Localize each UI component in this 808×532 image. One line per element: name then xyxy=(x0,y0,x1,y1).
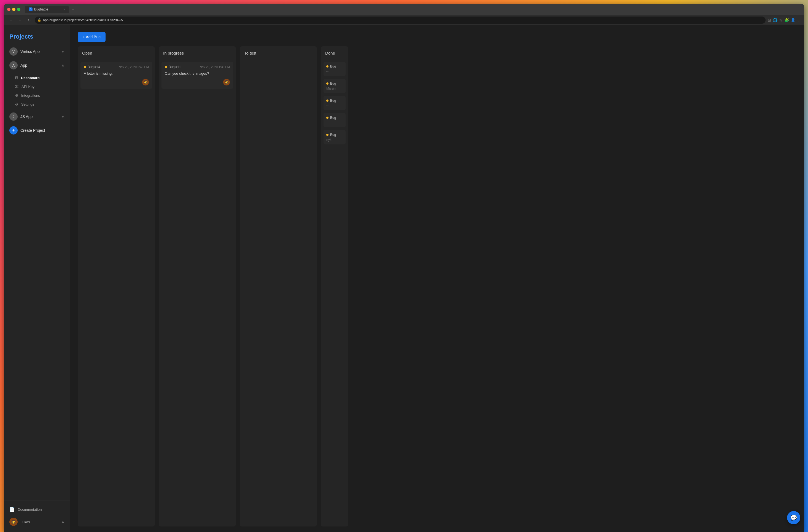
bug-14-date: Nov 26, 2020 2:46 PM xyxy=(119,65,149,69)
kanban-column-to-test: To test xyxy=(240,46,317,527)
column-content-open: Bug #14 Nov 26, 2020 2:46 PM A letter is… xyxy=(78,59,155,527)
settings-label: Settings xyxy=(21,102,34,106)
tab-favicon: B xyxy=(29,7,33,11)
api-key-label: API Key xyxy=(21,85,34,89)
sidebar-item-dashboard[interactable]: ⊟ Dashboard xyxy=(4,73,70,82)
done-card-1-id: Bug xyxy=(330,65,336,68)
projects-title: Projects xyxy=(4,25,70,45)
done-card-1[interactable]: Bug -- xyxy=(324,62,346,76)
bug-card-14[interactable]: Bug #14 Nov 26, 2020 2:46 PM A letter is… xyxy=(80,62,152,89)
bug-11-badge: Bug #11 xyxy=(165,65,181,69)
active-tab[interactable]: B Bugbattle × xyxy=(25,6,69,13)
bug-14-badge: Bug #14 xyxy=(84,65,100,69)
lock-icon: 🔒 xyxy=(37,18,41,22)
bug-11-dot xyxy=(165,66,167,68)
bug-14-dot xyxy=(84,66,86,68)
done-card-2-sub: Missin xyxy=(326,87,343,90)
js-app-chevron: ∨ xyxy=(62,115,64,118)
bug-card-11[interactable]: Bug #11 Nov 26, 2020 1:36 PM Can you che… xyxy=(162,62,233,89)
bug-card-14-header: Bug #14 Nov 26, 2020 2:46 PM xyxy=(84,65,149,69)
done-card-3-dot xyxy=(326,99,329,102)
extensions-icon[interactable]: 🧩 xyxy=(784,18,789,22)
app-chevron: ∧ xyxy=(62,63,64,67)
kanban-board: Open Bug #14 Nov 26, 2020 2:46 PM A lett… xyxy=(70,46,804,532)
column-content-to-test xyxy=(240,59,317,527)
app-sub-menu: ⊟ Dashboard ⌘ API Key ⚙ Integrations ⚙ S… xyxy=(4,72,70,110)
done-card-1-badge: Bug xyxy=(326,65,343,68)
column-header-in-progress: In progress xyxy=(159,46,236,59)
sidebar-bottom: 📄 Documentation 🧔 Lukas ∧ xyxy=(4,500,70,532)
done-card-5-dot xyxy=(326,134,329,136)
url-text: app.bugbattle.io/projects/5fb542fe8d29ae… xyxy=(43,18,123,22)
bug-14-title: A letter is missing. xyxy=(84,71,149,76)
done-card-4-sub: -- xyxy=(326,121,343,125)
vertics-app-name: Vertics App xyxy=(20,49,59,54)
done-card-3[interactable]: Bug -- xyxy=(324,96,346,110)
bookmark-icon[interactable]: ☆ xyxy=(779,18,783,22)
app-name: App xyxy=(20,63,59,68)
kanban-column-open: Open Bug #14 Nov 26, 2020 2:46 PM A lett… xyxy=(78,46,155,527)
done-card-5-id: Bug xyxy=(330,133,336,137)
address-bar[interactable]: 🔒 app.bugbattle.io/projects/5fb542fe8d29… xyxy=(35,17,766,24)
bug-11-date: Nov 26, 2020 1:36 PM xyxy=(200,65,230,69)
settings-icon: ⚙ xyxy=(15,102,18,106)
refresh-button[interactable]: ↻ xyxy=(26,17,33,23)
done-card-3-sub: -- xyxy=(326,104,343,108)
integrations-label: Integrations xyxy=(21,93,40,97)
app-layout: Projects V Vertics App ∨ A App ∧ ⊟ Dashb… xyxy=(4,25,804,532)
user-chevron: ∧ xyxy=(62,520,64,524)
back-button[interactable]: ← xyxy=(7,17,14,23)
tab-bar: B Bugbattle × + xyxy=(25,6,801,13)
sidebar-item-vertics-app[interactable]: V Vertics App ∨ xyxy=(4,45,70,58)
maximize-button[interactable] xyxy=(17,8,20,11)
vertics-app-avatar: V xyxy=(10,48,18,56)
sidebar-item-user[interactable]: 🧔 Lukas ∧ xyxy=(4,515,70,529)
done-card-5-badge: Bug xyxy=(326,133,343,137)
done-card-1-dot xyxy=(326,65,329,68)
column-header-to-test: To test xyxy=(240,46,317,59)
js-app-avatar: J xyxy=(10,112,18,121)
add-bug-button[interactable]: + Add Bug xyxy=(78,32,106,42)
column-content-in-progress: Bug #11 Nov 26, 2020 1:36 PM Can you che… xyxy=(159,59,236,527)
vertics-app-chevron: ∨ xyxy=(62,50,64,54)
documentation-label: Documentation xyxy=(18,508,42,512)
js-app-name: JS App xyxy=(20,114,59,119)
create-project-icon: + xyxy=(10,126,18,134)
done-card-3-badge: Bug xyxy=(326,99,343,103)
browser-toolbar-icons: ⊡ 🌐 ☆ 🧩 👤 ⋮ xyxy=(768,18,801,22)
done-card-4-dot xyxy=(326,116,329,119)
close-button[interactable] xyxy=(7,8,11,11)
sidebar-item-settings[interactable]: ⚙ Settings xyxy=(4,100,70,109)
sidebar-item-integrations[interactable]: ⚙ Integrations xyxy=(4,91,70,100)
tab-close-button[interactable]: × xyxy=(63,8,65,11)
user-name: Lukas xyxy=(20,520,59,524)
kanban-column-in-progress: In progress Bug #11 Nov 26, 2020 1:36 PM… xyxy=(159,46,236,527)
kanban-column-done: Done Bug -- Bug xyxy=(321,46,348,527)
done-card-2[interactable]: Bug Missin xyxy=(324,79,346,93)
minimize-button[interactable] xyxy=(12,8,15,11)
done-card-3-id: Bug xyxy=(330,99,336,103)
forward-button[interactable]: → xyxy=(17,17,24,23)
screen-share-icon[interactable]: ⊡ xyxy=(768,18,771,22)
menu-icon[interactable]: ⋮ xyxy=(797,18,801,22)
sidebar-item-documentation[interactable]: 📄 Documentation xyxy=(4,504,70,515)
chat-button[interactable]: 💬 xyxy=(787,511,800,524)
done-card-4[interactable]: Bug -- xyxy=(324,113,346,127)
sidebar-item-api-key[interactable]: ⌘ API Key xyxy=(4,82,70,91)
column-content-done: Bug -- Bug Missin xyxy=(321,59,348,527)
bug-14-assignee-avatar: 🧔 xyxy=(142,79,149,86)
sidebar-item-app[interactable]: A App ∧ xyxy=(4,58,70,72)
new-tab-button[interactable]: + xyxy=(70,6,76,13)
sidebar: Projects V Vertics App ∨ A App ∧ ⊟ Dashb… xyxy=(4,25,70,532)
done-card-5[interactable]: Bug nyk xyxy=(324,130,346,144)
translate-icon[interactable]: 🌐 xyxy=(773,18,777,22)
profile-icon[interactable]: 👤 xyxy=(791,18,795,22)
api-key-icon: ⌘ xyxy=(15,84,19,89)
documentation-icon: 📄 xyxy=(10,507,15,512)
done-card-4-badge: Bug xyxy=(326,116,343,120)
done-card-2-dot xyxy=(326,82,329,85)
column-header-done: Done xyxy=(321,46,348,59)
main-content: + Add Bug Open Bug #14 Nov 26, xyxy=(70,25,804,532)
sidebar-item-create-project[interactable]: + Create Project xyxy=(4,124,70,137)
sidebar-item-js-app[interactable]: J JS App ∨ xyxy=(4,110,70,124)
